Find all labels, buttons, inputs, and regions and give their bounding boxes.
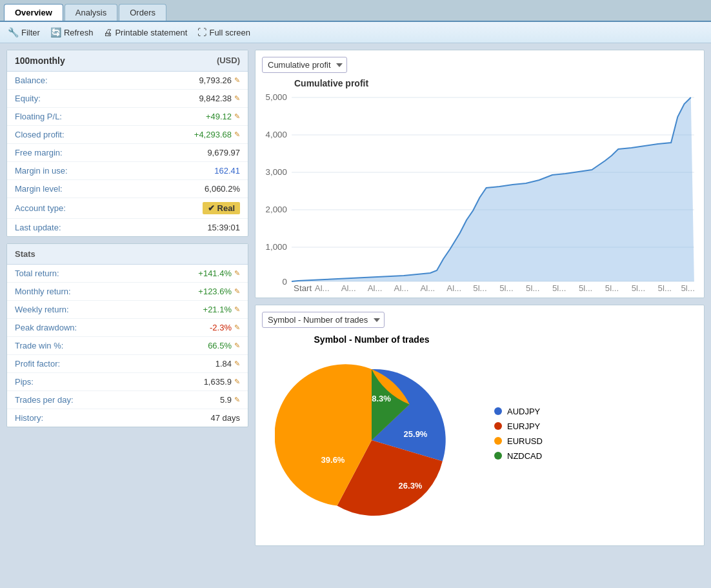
tab-overview[interactable]: Overview bbox=[4, 4, 63, 21]
svg-text:5l...: 5l... bbox=[473, 283, 486, 291]
profit-factor-value: 1.84 bbox=[215, 359, 232, 369]
main-content: 100monthly (USD) Balance: 9,793.26 ✎ Equ… bbox=[0, 43, 711, 586]
svg-text:26.3%: 26.3% bbox=[399, 481, 423, 491]
weekly-return-edit-icon[interactable]: ✎ bbox=[234, 305, 240, 314]
filter-button[interactable]: 🔧 Filter bbox=[8, 27, 40, 37]
legend-label-nzdcad: NZDCAD bbox=[507, 451, 542, 461]
checkmark-icon: ✔ bbox=[208, 203, 215, 213]
metric-margin-in-use: Margin in use: 162.41 bbox=[7, 162, 248, 180]
cumulative-chart-dropdown[interactable]: Cumulative profit bbox=[262, 57, 347, 73]
total-return-edit-icon[interactable]: ✎ bbox=[234, 269, 240, 278]
floating-pl-edit-icon[interactable]: ✎ bbox=[234, 112, 240, 121]
legend-label-audjpy: AUDJPY bbox=[507, 407, 540, 416]
svg-text:Al...: Al... bbox=[446, 283, 461, 291]
metric-pips: Pips: 1,635.9 ✎ bbox=[7, 373, 248, 391]
fullscreen-button[interactable]: ⛶ Full screen bbox=[197, 27, 250, 37]
weekly-return-value: +21.1% bbox=[203, 305, 232, 314]
margin-level-value: 6,060.2% bbox=[205, 184, 240, 194]
account-name: 100monthly bbox=[15, 56, 65, 66]
equity-edit-icon[interactable]: ✎ bbox=[234, 94, 240, 103]
legend-nzdcad: NZDCAD bbox=[494, 451, 543, 461]
svg-text:1,000: 1,000 bbox=[266, 242, 287, 252]
svg-text:Al...: Al... bbox=[394, 283, 409, 291]
trades-per-day-value: 5.9 bbox=[220, 395, 232, 405]
closed-profit-edit-icon[interactable]: ✎ bbox=[234, 130, 240, 139]
svg-text:0: 0 bbox=[282, 277, 286, 287]
equity-value: 9,842.38 bbox=[199, 94, 232, 103]
closed-profit-value: +4,293.68 bbox=[194, 130, 232, 139]
balance-edit-icon[interactable]: ✎ bbox=[234, 76, 240, 85]
account-type-badge: ✔ Real bbox=[203, 202, 240, 214]
tab-orders[interactable]: Orders bbox=[119, 4, 166, 21]
printable-label: Printable statement bbox=[115, 28, 187, 37]
monthly-return-edit-icon[interactable]: ✎ bbox=[234, 287, 240, 296]
filter-icon: 🔧 bbox=[8, 27, 19, 37]
svg-text:Al...: Al... bbox=[315, 283, 330, 291]
legend-eurusd: EURUSD bbox=[494, 436, 543, 446]
metric-monthly-return: Monthly return: +123.6% ✎ bbox=[7, 283, 248, 301]
legend-dot-eurjpy bbox=[494, 422, 502, 430]
metric-last-update: Last update: 15:39:01 bbox=[7, 219, 248, 236]
printable-button[interactable]: 🖨 Printable statement bbox=[103, 27, 187, 37]
legend-label-eurjpy: EURJPY bbox=[507, 421, 540, 431]
svg-text:3,000: 3,000 bbox=[266, 167, 287, 177]
metric-closed-profit: Closed profit: +4,293.68 ✎ bbox=[7, 126, 248, 144]
trades-per-day-edit-icon[interactable]: ✎ bbox=[234, 396, 240, 404]
filter-label: Filter bbox=[21, 28, 40, 37]
svg-text:39.6%: 39.6% bbox=[321, 455, 345, 465]
refresh-button[interactable]: 🔄 Refresh bbox=[50, 27, 94, 37]
svg-text:5l...: 5l... bbox=[499, 283, 513, 291]
pips-value: 1,635.9 bbox=[204, 377, 232, 387]
toolbar: 🔧 Filter 🔄 Refresh 🖨 Printable statement… bbox=[0, 22, 711, 43]
fullscreen-label: Full screen bbox=[209, 28, 250, 37]
pie-chart-svg: 25.9% 26.3% 39.6% 8.3% bbox=[275, 350, 468, 531]
metric-free-margin: Free margin: 9,679.97 bbox=[7, 144, 248, 162]
legend-eurjpy: EURJPY bbox=[494, 421, 543, 431]
peak-drawdown-edit-icon[interactable]: ✎ bbox=[234, 323, 240, 332]
stats-card: Stats Total return: +141.4% ✎ Monthly re… bbox=[6, 243, 248, 427]
metric-account-type: Account type: ✔ Real bbox=[7, 198, 248, 219]
svg-text:Al...: Al... bbox=[368, 283, 383, 291]
svg-text:5l...: 5l... bbox=[552, 283, 566, 291]
margin-in-use-value: 162.41 bbox=[214, 166, 240, 176]
refresh-icon: 🔄 bbox=[50, 27, 61, 37]
metric-trades-per-day: Trades per day: 5.9 ✎ bbox=[7, 391, 248, 409]
svg-text:Start: Start bbox=[294, 283, 312, 291]
account-card-header: 100monthly (USD) bbox=[7, 50, 248, 72]
cumulative-chart-title: Cumulative profit bbox=[294, 78, 697, 88]
svg-text:5,000: 5,000 bbox=[266, 92, 287, 102]
metric-trade-win: Trade win %: 66.5% ✎ bbox=[7, 337, 248, 355]
svg-text:5l...: 5l... bbox=[632, 283, 645, 291]
metric-total-return: Total return: +141.4% ✎ bbox=[7, 265, 248, 283]
metric-profit-factor: Profit factor: 1.84 ✎ bbox=[7, 355, 248, 373]
tab-analysis[interactable]: Analysis bbox=[65, 4, 117, 21]
svg-text:2,000: 2,000 bbox=[266, 205, 287, 214]
fullscreen-icon: ⛶ bbox=[197, 27, 206, 37]
stats-header: Stats bbox=[7, 244, 248, 265]
legend-dot-nzdcad bbox=[494, 452, 502, 460]
svg-text:25.9%: 25.9% bbox=[404, 429, 428, 439]
free-margin-value: 9,679.97 bbox=[207, 148, 240, 157]
svg-text:8.3%: 8.3% bbox=[372, 394, 391, 403]
svg-text:5l...: 5l... bbox=[605, 283, 619, 291]
pips-edit-icon[interactable]: ✎ bbox=[234, 378, 240, 386]
metric-peak-drawdown: Peak drawdown: -2.3% ✎ bbox=[7, 319, 248, 337]
metric-weekly-return: Weekly return: +21.1% ✎ bbox=[7, 301, 248, 319]
right-panel: Cumulative profit Cumulative profit 5,00… bbox=[255, 50, 705, 580]
floating-pl-value: +49.12 bbox=[206, 112, 232, 121]
pie-chart-dropdown[interactable]: Symbol - Number of trades bbox=[262, 312, 385, 328]
metric-margin-level: Margin level: 6,060.2% bbox=[7, 180, 248, 198]
history-value: 47 days bbox=[210, 413, 240, 423]
monthly-return-value: +123.6% bbox=[198, 287, 232, 296]
profit-factor-edit-icon[interactable]: ✎ bbox=[234, 360, 240, 368]
svg-text:5l...: 5l... bbox=[681, 283, 694, 291]
metric-balance: Balance: 9,793.26 ✎ bbox=[7, 72, 248, 90]
svg-text:Al...: Al... bbox=[420, 283, 435, 291]
metric-floating-pl: Floating P/L: +49.12 ✎ bbox=[7, 108, 248, 126]
legend-dot-audjpy bbox=[494, 407, 502, 415]
svg-text:5l...: 5l... bbox=[526, 283, 539, 291]
trade-win-edit-icon[interactable]: ✎ bbox=[234, 341, 240, 350]
svg-text:4,000: 4,000 bbox=[266, 130, 287, 139]
balance-value: 9,793.26 bbox=[199, 76, 232, 85]
refresh-label: Refresh bbox=[64, 28, 94, 37]
